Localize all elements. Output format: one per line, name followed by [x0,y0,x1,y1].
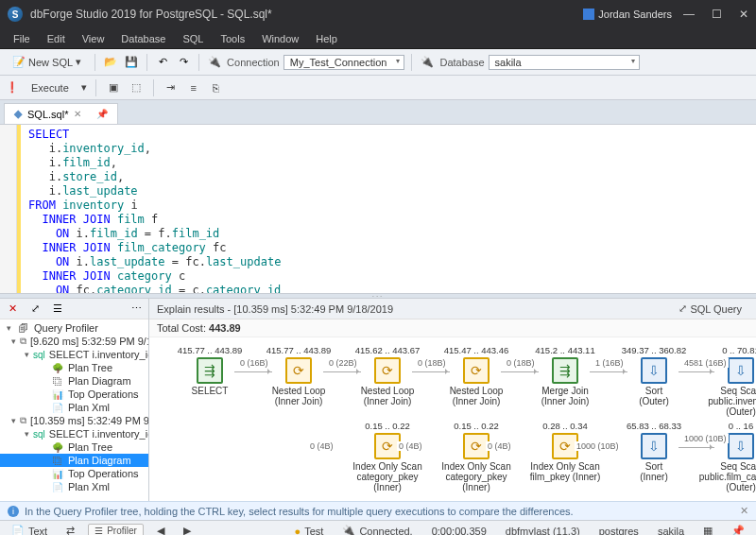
sql-toolbar: ❗ Execute ▾ ▣ ⬚ ⇥ ≡ ⎘ [0,76,756,100]
tree-plan-tree[interactable]: 🌳Plan Tree [0,361,148,374]
main-toolbar: 📝 New SQL ▾ 📂 💾 ↶ ↷ 🔌 Connection My_Test… [0,49,756,76]
status-next-icon[interactable]: ▶ [178,525,197,535]
plan-node-ios2[interactable]: 0.15 .. 0.22⟳Index Only Scancategory_pke… [433,421,520,492]
document-tab-bar: ◆ SQL.sql* ✕ 📌 [0,100,756,125]
profiler-tree[interactable]: ▾🗐Query Profiler ▾⧉[9.620 ms] 5:32:59 PM… [0,319,148,501]
plan-node-sort2[interactable]: 65.83 .. 68.33⇩Sort(Inner) [610,421,697,482]
plan-diagram-canvas[interactable]: 415.77 .. 443.89⇶SELECT415.77 .. 443.89⟳… [149,337,756,501]
menu-sql[interactable]: SQL [175,31,211,46]
database-label: Database [439,57,484,68]
plan-node-mj[interactable]: 415.2 .. 443.11⇶Merge Join(Inner Join) [522,345,609,406]
maximize-button[interactable]: ☐ [712,8,722,21]
tab-sql[interactable]: ◆ SQL.sql* ✕ 📌 [4,103,118,124]
delete-icon[interactable]: ✕ [4,301,21,318]
pin-tab-icon[interactable]: 📌 [96,109,108,119]
close-button[interactable]: ✕ [739,8,748,21]
tool-icon[interactable]: ⬚ [128,79,145,96]
file-icon: ◆ [14,108,22,120]
format-icon[interactable]: ≡ [185,79,202,96]
editor-gutter [0,125,17,293]
status-bar: 📄 Text ⇄ ☰ Profiler ◀ ▶ ● Test 🔌 Connect… [0,520,756,535]
code-area[interactable]: SELECT i.inventory_id, i.film_id, i.stor… [21,125,288,293]
menu-bar: FileEditViewDatabaseSQLToolsWindowHelp [0,28,756,49]
undo-icon[interactable]: ↶ [154,54,171,71]
total-cost: Total Cost: 443.89 [149,319,756,337]
tree-top-ops[interactable]: 📊Top Operations [0,388,148,401]
menu-file[interactable]: File [6,31,38,46]
avatar-icon [583,9,594,20]
plan-node-ios3[interactable]: 0.28 .. 0.34⟳Index Only Scanfilm_pkey (I… [522,421,609,482]
redo-icon[interactable]: ↷ [175,54,192,71]
status-text-tab[interactable]: 📄 Text [6,525,53,535]
status-grid-icon[interactable]: ▦ [697,525,718,535]
profiler-toolbar: ✕ ⤢ ☰ ⋯ [0,299,148,319]
new-sql-button[interactable]: 📝 New SQL ▾ [6,53,88,71]
stop-icon[interactable]: ▣ [105,79,122,96]
status-prev-icon[interactable]: ◀ [151,525,170,535]
menu-view[interactable]: View [75,31,112,46]
database-select[interactable]: sakila [489,55,640,70]
overflow-icon[interactable]: ⋯ [128,301,145,318]
connection-select[interactable]: My_Test_Connection [284,55,405,70]
tree-top-ops[interactable]: 📊Top Operations [0,467,148,480]
minimize-button[interactable]: ― [683,8,695,21]
menu-help[interactable]: Help [308,31,345,46]
explain-panel: Explain results - [10.359 ms] 5:32:49 PM… [149,299,756,501]
info-icon: i [8,506,19,517]
tree-plan-diagram[interactable]: ⿻Plan Diagram [0,454,148,467]
bottom-panel: ✕ ⤢ ☰ ⋯ ▾🗐Query Profiler ▾⧉[9.620 ms] 5:… [0,299,756,501]
title-bar: S dbForge Studio 2019 for PostgreSQL - S… [0,0,756,28]
plan-node-seq1[interactable]: 0 .. 70.81⇩Seq Scanpublic.inventory (Out… [697,345,756,417]
plan-node-nl2[interactable]: 415.62 .. 443.67⟳Nested Loop(Inner Join) [344,345,431,406]
hint-close-icon[interactable]: ✕ [740,505,748,517]
menu-tools[interactable]: Tools [213,31,252,46]
menu-database[interactable]: Database [113,31,173,46]
menu-edit[interactable]: Edit [40,31,73,46]
profiler-panel: ✕ ⤢ ☰ ⋯ ▾🗐Query Profiler ▾⧉[9.620 ms] 5:… [0,299,149,501]
plan-node-nl3[interactable]: 415.47 .. 443.46⟳Nested Loop(Inner Join) [433,345,520,406]
sql-query-button[interactable]: ⤢ SQL Query [672,300,748,318]
explain-header: Explain results - [10.359 ms] 5:32:49 PM… [157,303,393,315]
plug-icon[interactable]: 🔌 [206,54,223,71]
plan-node-select[interactable]: 415.77 .. 443.89⇶SELECT [166,345,253,396]
open-icon[interactable]: 📂 [102,54,119,71]
user-indicator[interactable]: Jordan Sanders [583,9,672,20]
close-tab-icon[interactable]: ✕ [74,109,81,119]
expand-icon[interactable]: ⤢ [26,301,43,318]
plan-node-seq2[interactable]: 0 .. 16⇩Seq Scanpublic.film_category (Ou… [697,421,756,492]
execute-button[interactable]: Execute [25,79,76,96]
comment-icon[interactable]: ⎘ [208,79,225,96]
connection-label: Connection [227,57,280,68]
sql-editor[interactable]: SELECT i.inventory_id, i.film_id, i.stor… [0,125,756,293]
status-profiler-tab[interactable]: ☰ Profiler [88,524,144,535]
hint-bar: i In the Query Profiler tree, holding th… [0,501,756,520]
status-icon[interactable]: ⇄ [60,525,80,535]
plan-node-ios1[interactable]: 0.15 .. 0.22⟳Index Only Scancategory_pke… [344,421,431,492]
tree-plan-tree[interactable]: 🌳Plan Tree [0,440,148,454]
tree-plan-diagram[interactable]: ⿻Plan Diagram [0,374,148,388]
tree-plan-xml[interactable]: 📄Plan Xml [0,480,148,493]
compare-icon[interactable]: ☰ [49,301,66,318]
window-title: dbForge Studio 2019 for PostgreSQL - SQL… [30,8,583,21]
plan-node-nl1[interactable]: 415.77 .. 443.89⟳Nested Loop(Inner Join) [255,345,342,406]
plug-icon[interactable]: 🔌 [419,54,436,71]
indent-icon[interactable]: ⇥ [163,79,180,96]
save-icon[interactable]: 💾 [123,54,140,71]
app-logo-icon: S [8,7,23,22]
tree-plan-xml[interactable]: 📄Plan Xml [0,401,148,414]
menu-window[interactable]: Window [254,31,306,46]
status-pin-icon[interactable]: 📌 [726,525,750,535]
plan-node-sort1[interactable]: 349.37 .. 360.82⇩Sort(Outer) [610,345,697,406]
